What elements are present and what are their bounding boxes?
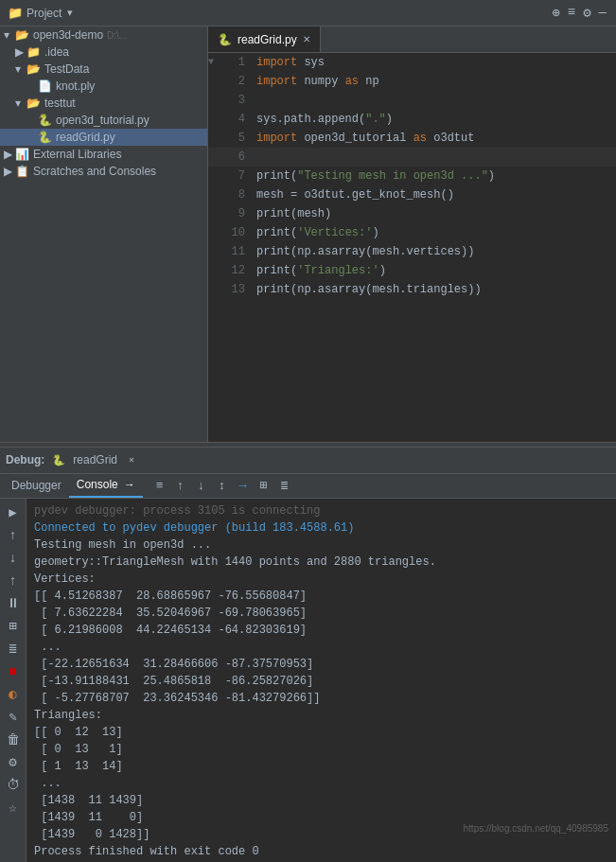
extlibs-arrow: ▶ [4,148,15,161]
idea-arrow: ▶ [15,45,26,59]
console-line: [1438 11 1439] [34,792,608,809]
debug-subtabs: Debugger Console → ≡ ↑ ↓ ↕ → ⊞ ≣ [0,474,616,499]
console-line: [ 1 13 14] [34,758,608,775]
console-line: Triangles: [34,707,608,724]
sync-icon[interactable]: ≡ [566,3,577,23]
sidebar-label-extlibs: External Libraries [33,148,121,161]
debug-tab-close[interactable]: ✕ [129,454,134,466]
testdata-arrow: ▾ [15,62,26,76]
sidebar-item-scratches[interactable]: ▶ 📋 Scratches and Consoles [0,163,207,180]
toolbar-icon-group: ⊕ ≡ ⚙ — [550,3,608,23]
sidebar-label-testdata: TestData [44,62,89,76]
minimize-icon[interactable]: — [597,3,608,23]
sidebar-item-tutorial[interactable]: 🐍 open3d_tutorial.py [0,112,207,129]
console-icon-menu[interactable]: ≡ [150,476,169,495]
sidebar-item-idea[interactable]: ▶ 📁 .idea [0,44,207,61]
debug-resume-btn[interactable]: ▶ [3,502,24,523]
debug-frames-btn[interactable]: ⊞ [3,616,24,637]
sidebar-label-idea: .idea [44,45,69,59]
extlibs-icon: 📊 [15,148,29,161]
sidebar-label-knot: knot.ply [56,79,95,93]
debug-coverage-btn[interactable]: ◐ [3,684,24,705]
console-output[interactable]: pydev debugger: process 3105 is connecti… [26,499,616,863]
console-line: [-22.12651634 31.28466606 -87.37570953] [34,656,608,673]
code-line-11: 11 print(np.asarray(mesh.vertices)) [208,242,616,261]
sidebar-item-extlibs[interactable]: ▶ 📊 External Libraries [0,146,207,163]
sidebar: ▾ 📂 open3d-demo D:\... ▶ 📁 .idea ▾ 📂 Tes… [0,26,208,442]
console-line: [ 7.63622284 35.52046967 -69.78063965] [34,605,608,622]
project-dropdown-arrow[interactable]: ▾ [67,7,73,19]
debug-stepout-btn[interactable]: ↑ [3,571,24,591]
console-line: pydev debugger: process 3105 is connecti… [34,502,608,519]
sidebar-item-root[interactable]: ▾ 📂 open3d-demo D:\... [0,26,207,44]
console-line: Vertices: [34,571,608,588]
console-icon-expand[interactable]: ↕ [213,476,232,495]
root-label: open3d-demo [33,28,103,42]
editor-content[interactable]: ▼ 1 import sys 2 import numpy as np 3 4 … [208,53,616,442]
tab-console[interactable]: Console → [69,474,143,498]
debug-settings-btn[interactable]: ⚙ [3,752,24,773]
code-line-6: 6 [208,148,616,167]
console-line: ... [34,775,608,792]
console-icon-up[interactable]: ↑ [171,476,190,495]
sidebar-item-knot[interactable]: 📄 knot.ply [0,78,207,95]
debug-label: Debug: [6,453,44,466]
debug-stepover-btn[interactable]: ↑ [3,525,24,546]
code-line-12: 12 print('Triangles:') [208,261,616,280]
sidebar-item-testdata[interactable]: ▾ 📂 TestData [0,61,207,78]
console-icon-grid[interactable]: ⊞ [255,476,273,495]
testtut-arrow: ▾ [15,97,26,110]
debug-pause-btn[interactable]: ⏸ [3,593,24,614]
debug-edit-btn[interactable]: ✎ [3,707,24,728]
sidebar-label-readgrid: readGrid.py [56,131,115,144]
code-line-2: 2 import numpy as np [208,72,616,91]
console-line: Process finished with exit code 0 [34,843,608,860]
console-line: Testing mesh in open3d ... [34,537,608,554]
debug-left-toolbar: ▶ ↑ ↓ ↑ ⏸ ⊞ ≣ ■ ◐ ✎ 🗑 ⚙ ⏱ ☆ [0,499,26,863]
console-line: ... [34,639,608,656]
editor-tab-readgrid[interactable]: 🐍 readGrid.py ✕ [208,26,321,52]
fold-1[interactable]: ▼ [208,53,220,72]
debug-timer-btn[interactable]: ⏱ [3,775,24,796]
console-line: [ 6.21986008 44.22465134 -64.82303619] [34,622,608,639]
console-line: [ 0 13 1] [34,741,608,758]
tab-close-icon[interactable]: ✕ [303,34,310,44]
project-toolbar: 📁 Project ▾ ⊕ ≡ ⚙ — [0,0,616,26]
readgrid-file-icon: 🐍 [38,131,52,144]
debug-tab-readgrid[interactable]: readGrid [73,453,117,466]
idea-folder-icon: 📁 [26,45,41,59]
testtut-folder-icon: 📂 [26,97,41,110]
console-icon-list[interactable]: ≣ [275,476,294,495]
code-line-3: 3 [208,91,616,110]
sidebar-item-testtut[interactable]: ▾ 📂 testtut [0,95,207,112]
add-icon[interactable]: ⊕ [550,3,561,23]
sidebar-item-readgrid[interactable]: 🐍 readGrid.py [0,129,207,146]
scratches-icon: 📋 [15,165,29,178]
code-line-4: 4 sys.path.append(".") [208,110,616,129]
console-icon-arrow[interactable]: → [234,476,253,495]
root-path: D:\... [107,30,127,41]
console-line: geometry::TriangleMesh with 1440 points … [34,554,608,571]
console-toolbar-icons: ≡ ↑ ↓ ↕ → ⊞ ≣ [150,476,294,495]
debug-pin-btn[interactable]: ☆ [3,798,24,818]
debug-stepinto-btn[interactable]: ↓ [3,548,24,569]
code-line-5: 5 import open3d_tutorial as o3dtut [208,129,616,148]
knot-file-icon: 📄 [38,79,52,93]
sidebar-label-tutorial: open3d_tutorial.py [56,114,150,127]
debug-clear-btn[interactable]: 🗑 [3,730,24,750]
debug-stop-btn[interactable]: ■ [3,661,24,682]
console-line: [[ 0 12 13] [34,724,608,741]
tab-label: readGrid.py [238,33,297,46]
console-line: [-13.91188431 25.4865818 -86.25827026] [34,673,608,690]
tab-debugger[interactable]: Debugger [4,474,69,498]
debug-vars-btn[interactable]: ≣ [3,639,24,660]
console-line: [ -5.27768707 23.36245346 -81.43279266]] [34,690,608,707]
project-label: Project [26,7,62,20]
project-icon: 📁 [8,6,23,21]
settings-icon[interactable]: ⚙ [581,3,592,23]
root-folder-icon: 📂 [15,28,29,42]
console-wrapper: pydev debugger: process 3105 is connecti… [26,499,616,863]
debug-panel: Debug: 🐍 readGrid ✕ Debugger Console → ≡… [0,448,616,863]
console-icon-down[interactable]: ↓ [192,476,211,495]
code-line-7: 7 print("Testing mesh in open3d ...") [208,167,616,185]
